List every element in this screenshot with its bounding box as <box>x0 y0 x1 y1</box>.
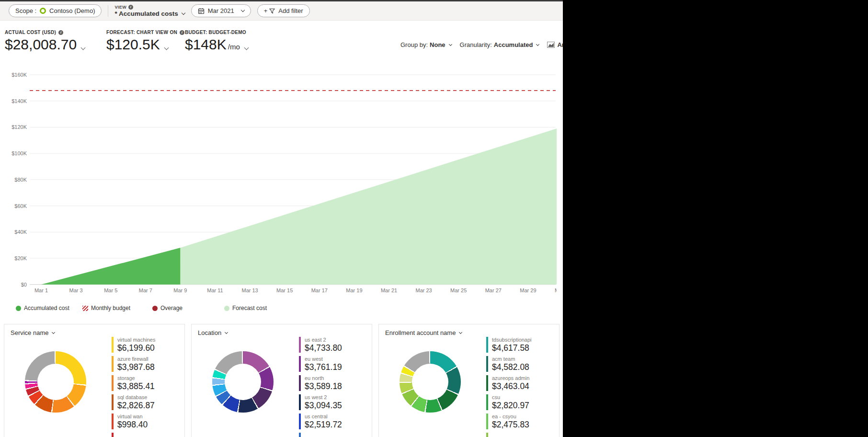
list-item: csu$2,820.97 <box>486 394 558 411</box>
donut-chart-service-name <box>25 351 86 413</box>
chart-controls: Group by: None Granularity: Accumulated … <box>400 41 563 48</box>
item-value: $3,463.04 <box>492 381 529 391</box>
color-swatch <box>112 356 114 372</box>
metric-value-dropdown[interactable]: $120.5K <box>106 36 184 53</box>
item-name: sql database <box>117 394 155 401</box>
card-title-dropdown-enrollment-account-name[interactable]: Enrollment account name <box>385 329 462 336</box>
list-item: us central$2,519.72 <box>299 414 371 430</box>
granularity-value: Accumulated <box>494 41 533 48</box>
view-info-icon[interactable]: i <box>128 5 133 10</box>
color-swatch <box>486 394 488 410</box>
area-chart-icon <box>547 42 555 48</box>
view-label: VIEW <box>114 5 126 10</box>
metric-value: $148K <box>185 36 227 53</box>
color-swatch <box>299 375 301 391</box>
y-axis-label: $60K <box>14 203 27 209</box>
item-name: virtual wan <box>117 414 148 420</box>
donut-chart-location <box>212 351 274 413</box>
date-range-value: Mar 2021 <box>208 7 234 14</box>
info-icon[interactable]: i <box>58 30 63 35</box>
color-swatch <box>486 433 488 437</box>
x-axis-label: Mar 31 <box>555 288 557 293</box>
color-swatch <box>299 394 301 410</box>
metric-value-dropdown[interactable]: $28,008.70 <box>5 36 85 53</box>
x-axis-label: Mar 23 <box>415 288 432 293</box>
metric-value: $120.5K <box>106 36 160 53</box>
breakdown-card-enrollment-account-name: Enrollment account nametdsubscriptionapi… <box>378 324 560 437</box>
chart-legend: Accumulated costMonthly budgetOverageFor… <box>0 305 563 314</box>
metric-suffix: /mo <box>228 43 240 51</box>
item-value: $4,733.80 <box>305 343 342 353</box>
date-range-picker[interactable]: Mar 2021 <box>191 4 251 17</box>
metric-budget: BUDGET: BUDGET-DEMO $148K /mo <box>185 30 248 53</box>
item-name: virtual machines <box>117 337 155 343</box>
list-item: virtual wan$998.40 <box>112 414 183 430</box>
list-item: storage$3,885.41 <box>112 375 183 391</box>
plus-icon: + <box>264 7 268 14</box>
x-axis-label: Mar 25 <box>450 288 467 293</box>
card-title: Service name <box>11 329 48 336</box>
item-name: tdsubscriptionapi <box>492 337 532 343</box>
metric-value-dropdown[interactable]: $148K /mo <box>185 36 248 53</box>
legend-item-forecast-cost: Forecast cost <box>224 305 267 311</box>
list-item: us west 2$3,094.35 <box>299 394 371 411</box>
granularity-dropdown[interactable]: Granularity: Accumulated <box>460 41 539 48</box>
x-axis-label: Mar 19 <box>346 288 362 293</box>
y-axis-label: $120K <box>11 124 27 130</box>
item-name: storage <box>117 375 155 381</box>
card-title-dropdown-location[interactable]: Location <box>198 329 228 336</box>
y-axis-label: $80K <box>14 177 27 183</box>
color-swatch <box>486 356 488 372</box>
color-swatch <box>112 337 114 353</box>
legend-item-overage: Overage <box>152 305 183 311</box>
metric-value: $28,008.70 <box>5 36 77 53</box>
top-cost-list: us east 2$4,733.80eu west$3,761.19eu nor… <box>299 337 371 437</box>
card-title-dropdown-service-name[interactable]: Service name <box>11 329 55 336</box>
x-axis-label: Mar 21 <box>381 288 397 293</box>
group-by-dropdown[interactable]: Group by: None <box>400 41 452 48</box>
card-title: Location <box>198 329 221 336</box>
item-value: $2,475.83 <box>492 420 529 429</box>
breakdown-card-service-name: Service namevirtual machines$6,199.60azu… <box>4 324 185 437</box>
color-swatch <box>299 414 301 429</box>
add-filter-label: Add filter <box>278 7 303 14</box>
color-swatch <box>112 414 114 429</box>
legend-label: Monthly budget <box>91 305 130 311</box>
item-name: acm team <box>492 356 529 362</box>
legend-label: Forecast cost <box>232 305 267 311</box>
metric-label: FORECAST: CHART VIEW ON <box>106 30 177 35</box>
item-value: $2,820.97 <box>492 401 529 410</box>
dot-swatch-icon <box>224 306 229 311</box>
color-swatch <box>112 375 114 391</box>
color-swatch <box>486 337 488 353</box>
y-axis-label: $40K <box>14 229 27 235</box>
group-by-value: None <box>430 41 445 48</box>
accumulated-cost-chart: $0$20K$40K$60K$80K$100K$120K$140K$160KMa… <box>0 63 557 299</box>
granularity-label: Granularity: <box>460 41 492 48</box>
list-item: virtual machines$6,199.60 <box>112 337 183 353</box>
chevron-down-icon <box>240 8 244 12</box>
dot-swatch-icon <box>16 306 21 311</box>
view-picker[interactable]: VIEW i * Accumulated costs <box>114 5 184 17</box>
chart-type-dropdown[interactable]: Area <box>547 41 563 48</box>
color-swatch <box>299 356 301 372</box>
forecast-cost-area <box>180 126 557 285</box>
y-axis-label: $0 <box>21 282 27 288</box>
info-icon[interactable]: i <box>180 30 184 35</box>
x-axis-label: Mar 11 <box>207 288 223 293</box>
x-axis-label: Mar 27 <box>485 288 502 293</box>
chart-type-value: Area <box>557 41 563 48</box>
legend-label: Accumulated cost <box>24 305 69 311</box>
metric-label: ACTUAL COST (USD) <box>5 30 56 35</box>
color-swatch <box>112 394 114 410</box>
item-value: $2,826.87 <box>117 401 155 410</box>
group-by-label: Group by: <box>400 41 428 48</box>
color-swatch <box>299 337 301 353</box>
item-value: $3,987.68 <box>117 362 155 372</box>
scope-picker[interactable]: Scope : Contoso (Demo) <box>9 4 102 17</box>
metric-actual-cost: ACTUAL COST (USD) i $28,008.70 <box>5 30 85 53</box>
add-filter-button[interactable]: + Add filter <box>257 4 310 17</box>
item-value: $4,582.08 <box>492 362 529 372</box>
y-axis-label: $100K <box>11 150 27 156</box>
list-item: azure firewall$3,987.68 <box>112 356 183 372</box>
